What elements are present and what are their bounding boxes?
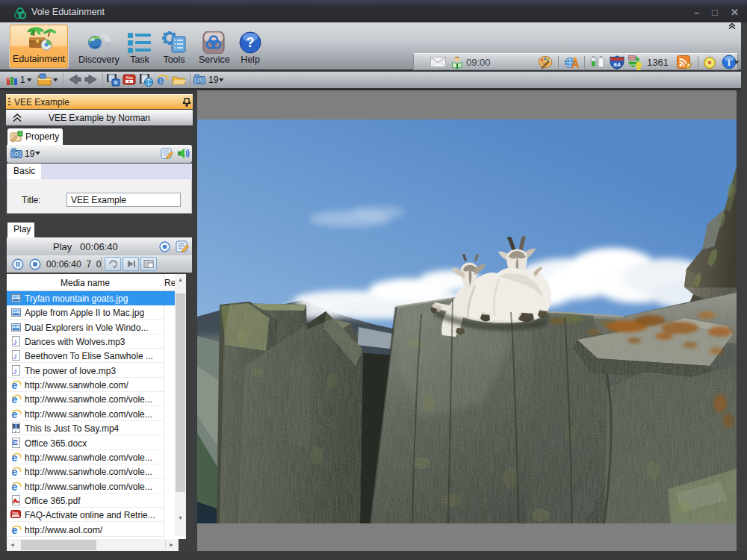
svg-text:♪: ♪ xyxy=(14,428,17,433)
svg-text:♪: ♪ xyxy=(13,337,17,347)
svg-text:♪: ♪ xyxy=(13,351,17,361)
svg-text:64: 64 xyxy=(614,61,621,68)
svg-text:You: You xyxy=(125,75,132,80)
svg-text:?: ? xyxy=(247,35,255,50)
svg-text:♪: ♪ xyxy=(13,366,17,376)
svg-text:You: You xyxy=(12,511,18,515)
